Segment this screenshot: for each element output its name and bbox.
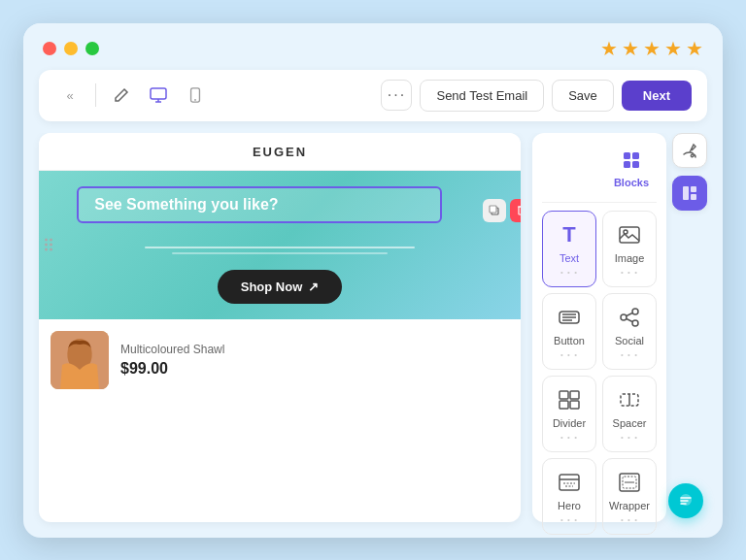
title-bar: ★ ★ ★ ★ ★ (23, 23, 723, 70)
blocks-label: Blocks (614, 177, 649, 188)
right-panel: Blocks T Text • • • (532, 133, 707, 522)
text-element-dots: • • • (560, 268, 578, 277)
desktop-button[interactable] (143, 80, 174, 111)
close-button[interactable] (43, 42, 56, 55)
element-spacer[interactable]: Spacer • • • (602, 376, 657, 452)
hero-element-label: Hero (558, 500, 581, 511)
element-wrapper[interactable]: Wrapper • • • (602, 458, 657, 535)
main-content: EUGEN See (23, 133, 723, 538)
svg-rect-34 (560, 475, 579, 490)
svg-point-23 (621, 314, 627, 320)
divider-element-label: Divider (553, 417, 586, 429)
spacer-element-dots: • • • (621, 433, 638, 442)
svg-point-25 (632, 320, 638, 326)
button-element-dots: • • • (560, 350, 578, 359)
divider-lines (145, 247, 415, 258)
divider-element-icon (556, 386, 583, 413)
divider-line-2 (172, 252, 389, 254)
star-4: ★ (664, 37, 682, 60)
more-dots-icon: ··· (388, 86, 406, 104)
copy-block-button[interactable] (483, 199, 506, 222)
blocks-tab[interactable]: Blocks (606, 143, 657, 196)
element-text[interactable]: T Text • • • (542, 211, 596, 287)
chat-fab-button[interactable] (668, 483, 703, 518)
product-name: Multicoloured Shawl (120, 343, 509, 356)
image-element-label: Image (615, 252, 645, 264)
minimize-button[interactable] (64, 42, 78, 55)
side-tools (672, 133, 707, 522)
svg-rect-29 (570, 391, 579, 399)
next-button[interactable]: Next (622, 81, 692, 111)
svg-rect-14 (632, 152, 639, 159)
layout-tool-button[interactable] (672, 176, 707, 211)
svg-point-24 (632, 309, 638, 314)
social-element-dots: • • • (621, 350, 638, 359)
text-element-label: Text (560, 252, 579, 264)
desktop-icon (150, 87, 167, 103)
svg-rect-12 (51, 331, 109, 389)
maximize-button[interactable] (85, 42, 99, 55)
svg-point-4 (194, 99, 196, 101)
svg-rect-0 (151, 88, 166, 99)
svg-rect-15 (624, 161, 630, 168)
block-actions (483, 199, 521, 222)
paint-tool-button[interactable] (672, 133, 707, 168)
toolbar-left: « (54, 80, 211, 111)
email-preview: EUGEN See (39, 133, 521, 522)
svg-rect-6 (490, 206, 496, 213)
image-element-icon (616, 221, 643, 248)
element-image[interactable]: Image • • • (602, 211, 657, 287)
divider-line-1 (145, 247, 415, 248)
save-button[interactable]: Save (552, 80, 614, 112)
headline-block[interactable]: See Something you like? (77, 186, 442, 223)
drag-handle[interactable] (45, 239, 52, 251)
svg-rect-13 (624, 152, 630, 159)
social-element-label: Social (615, 335, 644, 346)
element-social[interactable]: Social • • • (602, 293, 657, 370)
main-window: ★ ★ ★ ★ ★ « (23, 23, 723, 538)
email-hero-section: See Something you like? (39, 171, 521, 319)
wrapper-element-dots: • • • (621, 515, 638, 524)
social-element-icon (616, 304, 643, 331)
shop-now-label: Shop Now (241, 280, 303, 294)
wrapper-element-label: Wrapper (609, 500, 650, 511)
svg-line-26 (627, 313, 632, 315)
pencil-button[interactable] (106, 80, 137, 111)
delete-block-button[interactable] (510, 199, 521, 222)
spacer-element-icon (616, 386, 643, 413)
spacer-element-label: Spacer (613, 417, 647, 429)
svg-rect-16 (632, 161, 639, 168)
divider-element-dots: • • • (560, 433, 578, 442)
back-button[interactable]: « (54, 80, 85, 111)
hero-element-dots: • • • (560, 515, 578, 524)
image-element-dots: • • • (621, 268, 638, 277)
elements-list: T Text • • • Image (542, 211, 657, 535)
pencil-icon (114, 87, 129, 103)
svg-rect-30 (560, 401, 568, 409)
text-element-icon: T (556, 221, 583, 248)
element-divider[interactable]: Divider • • • (542, 376, 596, 452)
paint-icon (682, 143, 697, 158)
email-product-section: Multicoloured Shawl $99.00 (39, 319, 521, 401)
shop-arrow-icon: ↗ (308, 280, 319, 294)
headline-text: See Something you like? (94, 196, 278, 213)
layout-icon (682, 185, 697, 201)
shop-now-button[interactable]: Shop Now ↗ (218, 270, 343, 304)
product-price: $99.00 (120, 360, 509, 378)
product-image-svg (51, 331, 109, 389)
more-options-button[interactable]: ··· (381, 80, 412, 111)
send-test-email-button[interactable]: Send Test Email (420, 80, 544, 112)
svg-rect-42 (691, 186, 696, 192)
mobile-icon (189, 87, 201, 103)
element-hero[interactable]: Hero • • • (542, 458, 596, 535)
blocks-icon (622, 150, 641, 175)
blocks-header: Blocks (542, 143, 657, 203)
element-button[interactable]: Button • • • (542, 293, 596, 370)
toolbar-divider-1 (95, 83, 96, 107)
mobile-button[interactable] (180, 80, 211, 111)
product-info: Multicoloured Shawl $99.00 (120, 343, 509, 378)
svg-rect-7 (519, 207, 521, 214)
svg-rect-28 (560, 391, 568, 399)
headline-block-wrapper: See Something you like? (77, 186, 483, 235)
star-2: ★ (622, 37, 639, 60)
